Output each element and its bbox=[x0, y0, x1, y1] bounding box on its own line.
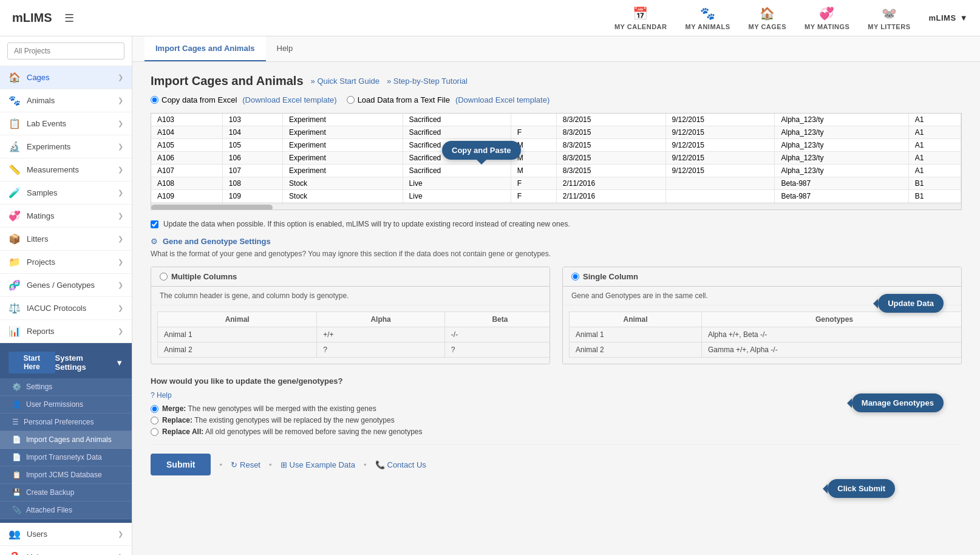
sidebar-item-litters[interactable]: 📦 Litters ❯ bbox=[0, 228, 132, 251]
help-nav-icon: ❓ bbox=[9, 551, 21, 555]
sidebar-item-reports[interactable]: 📊 Reports ❯ bbox=[0, 320, 132, 343]
tutorial-link[interactable]: » Step-by-Step Tutorial bbox=[387, 77, 468, 86]
nav-calendar[interactable]: 📅 MY CALENDAR bbox=[614, 6, 667, 30]
tab-help[interactable]: Help bbox=[266, 36, 304, 61]
genotype-question: How would you like to update the gene/ge… bbox=[151, 376, 962, 386]
sidebar-item-users[interactable]: 👥 Users ❯ bbox=[0, 523, 132, 546]
sidebar-item-help[interactable]: ❓ Help ❯ bbox=[0, 546, 132, 555]
matings-nav-icon: 💞 bbox=[9, 210, 21, 222]
chevron-icon: ❯ bbox=[118, 97, 123, 104]
table-cell: A1 bbox=[908, 165, 961, 177]
table-cell: Live bbox=[403, 190, 511, 203]
sub-item-user-permissions[interactable]: 👤 User Permissions bbox=[0, 396, 132, 414]
table-cell: Experiment bbox=[283, 114, 403, 126]
tab-import[interactable]: Import Cages and Animals bbox=[145, 36, 266, 61]
radio-replace[interactable] bbox=[151, 417, 158, 424]
submit-button[interactable]: Submit bbox=[151, 454, 211, 475]
sidebar-item-animals[interactable]: 🐾 Animals ❯ bbox=[0, 89, 132, 112]
gene-settings-desc: What is the format of your gene and geno… bbox=[151, 250, 962, 258]
sub-item-import-transnetyx[interactable]: 📄 Import Transnetyx Data bbox=[0, 449, 132, 466]
table-cell: Alpha_123/ty bbox=[775, 114, 908, 126]
table-cell: Alpha_123/ty bbox=[775, 152, 908, 165]
radio-multiple[interactable] bbox=[160, 273, 168, 281]
use-example-link[interactable]: ⊞ Use Example Data bbox=[281, 460, 355, 469]
radio-replace-option[interactable]: Replace: The existing genotypes will be … bbox=[151, 416, 962, 424]
nav-cages[interactable]: 🏠 MY CAGES bbox=[749, 6, 786, 30]
sub-item-import-jcms[interactable]: 📋 Import JCMS Database bbox=[0, 466, 132, 484]
import-jcms-icon: 📋 bbox=[12, 471, 21, 479]
hamburger-menu[interactable]: ☰ bbox=[64, 12, 74, 25]
radio-load[interactable] bbox=[347, 96, 355, 104]
table-cell: Experiment bbox=[283, 126, 403, 139]
radio-merge-option[interactable]: Merge: The new genotypes will be merged … bbox=[151, 404, 962, 413]
radio-row: Copy data from Excel (Download Excel tem… bbox=[151, 95, 962, 104]
sidebar-item-samples[interactable]: 🧪 Samples ❯ bbox=[0, 182, 132, 205]
contact-link[interactable]: 📞 Contact Us bbox=[375, 460, 426, 469]
table-cell: Stock bbox=[283, 190, 403, 203]
gene-settings-link[interactable]: Gene and Genotype Settings bbox=[163, 237, 271, 246]
chevron-icon: ❯ bbox=[118, 258, 123, 266]
project-input[interactable] bbox=[7, 43, 124, 60]
radio-load-label[interactable]: Load Data from a Text File (Download Exc… bbox=[347, 95, 550, 104]
sub-item-personal-preferences[interactable]: ☰ Personal Preferences bbox=[0, 414, 132, 431]
sidebar-item-measurements[interactable]: 📏 Measurements ❯ bbox=[0, 158, 132, 182]
import-transnetyx-icon: 📄 bbox=[12, 453, 21, 461]
sub-item-attached-files[interactable]: 📎 Attached Files bbox=[0, 502, 132, 519]
reset-link[interactable]: ↻ Reset bbox=[231, 460, 260, 469]
tooltip-manage-genotypes: Manage Genotypes bbox=[852, 393, 944, 412]
chevron-icon: ❯ bbox=[118, 143, 123, 151]
sidebar-item-projects[interactable]: 📁 Projects ❯ bbox=[0, 251, 132, 274]
radio-single[interactable] bbox=[571, 273, 579, 281]
sidebar-nav: 🏠 Cages ❯ 🐾 Animals ❯ 📋 Lab Events ❯ bbox=[0, 66, 132, 555]
radio-replace-all[interactable] bbox=[151, 428, 158, 436]
project-selector bbox=[0, 36, 132, 66]
table-cell: Alpha_123/ty bbox=[775, 139, 908, 152]
horizontal-scrollbar[interactable] bbox=[151, 203, 961, 210]
radio-copy-label[interactable]: Copy data from Excel (Download Excel tem… bbox=[151, 95, 337, 104]
chevron-icon: ❯ bbox=[118, 530, 123, 538]
sub-item-settings[interactable]: ⚙️ Settings bbox=[0, 378, 132, 396]
nav-matings[interactable]: 💞 MY MATINGS bbox=[805, 6, 849, 30]
download-excel-copy-link[interactable]: (Download Excel template) bbox=[242, 95, 336, 104]
user-menu[interactable]: mLIMS ▼ bbox=[929, 13, 968, 22]
calendar-icon: 📅 bbox=[633, 6, 648, 21]
sidebar-item-genes[interactable]: 🧬 Genes / Genotypes ❯ bbox=[0, 274, 132, 297]
chevron-icon: ❯ bbox=[118, 304, 123, 312]
table-cell: Animal 2 bbox=[158, 342, 317, 358]
sub-item-create-backup[interactable]: 💾 Create Backup bbox=[0, 484, 132, 502]
radio-single-label[interactable]: Single Column bbox=[571, 272, 638, 281]
table-cell: 106 bbox=[222, 152, 282, 165]
cages-nav-icon: 🏠 bbox=[9, 72, 21, 83]
page-title: Import Cages and Animals bbox=[151, 74, 304, 88]
quick-start-link[interactable]: » Quick Start Guide bbox=[311, 77, 379, 86]
update-checkbox[interactable] bbox=[151, 220, 158, 228]
table-header: Animal bbox=[158, 312, 317, 327]
sidebar-item-experiments[interactable]: 🔬 Experiments ❯ bbox=[0, 135, 132, 158]
update-checkbox-row: Update the data when possible. If this o… bbox=[151, 220, 962, 228]
table-cell: Stock bbox=[283, 177, 403, 190]
table-cell: A106 bbox=[151, 152, 222, 165]
radio-replace-all-option[interactable]: Replace All: All old genotypes will be r… bbox=[151, 427, 962, 436]
download-excel-load-link[interactable]: (Download Excel template) bbox=[455, 95, 550, 104]
sidebar-item-cages[interactable]: 🏠 Cages ❯ bbox=[0, 66, 132, 89]
system-settings-header[interactable]: Start Here System Settings ▼ bbox=[0, 347, 132, 378]
table-cell: Experiment bbox=[283, 152, 403, 165]
cages-icon: 🏠 bbox=[760, 6, 775, 21]
table-cell: Alpha_123/ty bbox=[775, 165, 908, 177]
genotype-help-link[interactable]: ? Help bbox=[151, 391, 172, 400]
table-cell: A105 bbox=[151, 139, 222, 152]
sidebar-item-lab-events[interactable]: 📋 Lab Events ❯ bbox=[0, 112, 132, 135]
radio-merge[interactable] bbox=[151, 405, 158, 413]
table-row: A103103ExperimentSacrificed8/3/20159/12/… bbox=[151, 114, 961, 126]
gene-col-multiple-header: Multiple Columns bbox=[151, 267, 550, 287]
table-header: Beta bbox=[444, 312, 550, 327]
radio-multiple-label[interactable]: Multiple Columns bbox=[160, 272, 237, 281]
phone-icon: 📞 bbox=[375, 460, 385, 469]
sub-item-import-cages[interactable]: 📄 Import Cages and Animals bbox=[0, 431, 132, 449]
nav-animals[interactable]: 🐾 MY ANIMALS bbox=[685, 6, 730, 30]
sidebar-item-matings[interactable]: 💞 Matings ❯ bbox=[0, 205, 132, 228]
nav-litters[interactable]: 🐭 MY LITTERS bbox=[868, 6, 910, 30]
sidebar-item-iacuc[interactable]: ⚖️ IACUC Protocols ❯ bbox=[0, 297, 132, 320]
gear-icon: ⚙ bbox=[151, 237, 158, 246]
radio-copy[interactable] bbox=[151, 96, 158, 104]
